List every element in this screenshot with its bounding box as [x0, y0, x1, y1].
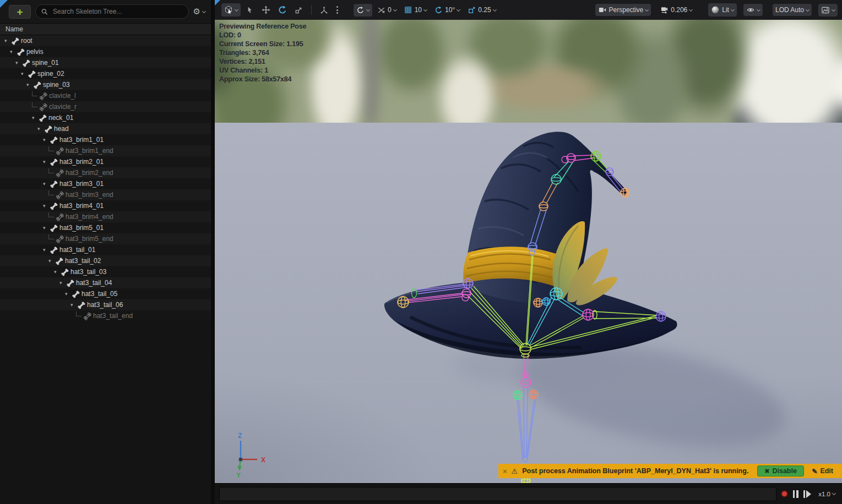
expander-icon[interactable]: ▾ — [4, 38, 11, 43]
tree-row-hat3_brim1_01[interactable]: ▾hat3_brim1_01 — [0, 134, 211, 145]
bone-icon — [50, 180, 58, 188]
expander-icon[interactable]: ▾ — [59, 280, 66, 286]
bone-label: hat3_brim3_end — [66, 191, 113, 199]
search-input[interactable] — [52, 7, 183, 16]
tree-row-hat3_brim3_end[interactable]: hat3_brim3_end — [0, 189, 211, 200]
bone-label: hat3_tail_01 — [59, 246, 95, 254]
expander-icon[interactable]: ▾ — [70, 302, 77, 308]
expander-icon[interactable]: ▾ — [43, 137, 50, 143]
expander-icon[interactable]: ▾ — [10, 49, 17, 54]
tree-row-root[interactable]: ▾root — [0, 35, 211, 46]
expander-icon[interactable]: ▾ — [43, 181, 50, 187]
tree-row-hat3_brim1_end[interactable]: hat3_brim1_end — [0, 145, 211, 156]
edit-button[interactable]: ✎ Edit — [808, 467, 836, 475]
tree-row-hat3_tail_06[interactable]: ▾hat3_tail_06 — [0, 299, 211, 310]
tree-elbow — [48, 234, 54, 239]
pause-button[interactable] — [793, 490, 798, 498]
tree-row-spine_03[interactable]: ▾spine_03 — [0, 79, 211, 90]
lod-button[interactable]: LOD Auto — [773, 4, 812, 16]
bone-outline-icon — [56, 235, 64, 243]
tree-row-spine_02[interactable]: ▾spine_02 — [0, 68, 211, 79]
add-bone-button[interactable]: + — [9, 5, 31, 19]
show-flags-button[interactable] — [743, 4, 763, 16]
expander-icon[interactable]: ▾ — [65, 291, 72, 297]
tree-row-hat3_brim3_01[interactable]: ▾hat3_brim3_01 — [0, 178, 211, 189]
tree-row-head[interactable]: ▾head — [0, 123, 211, 134]
screenshot-button[interactable] — [818, 4, 838, 17]
disable-button[interactable]: ✖ Disable — [757, 465, 804, 476]
tree-row-hat3_tail_03[interactable]: ▾hat3_tail_03 — [0, 266, 211, 277]
selection-mode-button[interactable] — [221, 3, 241, 17]
expander-icon[interactable]: ▾ — [32, 115, 39, 120]
select-object-icon — [224, 6, 233, 14]
tree-row-hat3_tail_04[interactable]: ▾hat3_tail_04 — [0, 277, 211, 288]
tree-row-hat3_brim5_end[interactable]: hat3_brim5_end — [0, 233, 211, 244]
search-box[interactable] — [35, 4, 189, 19]
scale-snap-button[interactable]: 0.25 — [465, 4, 498, 17]
record-button[interactable] — [781, 490, 788, 497]
surface-snapping-button[interactable] — [354, 4, 372, 17]
select-tool-button[interactable] — [243, 4, 257, 17]
expander-icon[interactable]: ▾ — [48, 258, 55, 264]
tree-row-hat3_brim2_01[interactable]: ▾hat3_brim2_01 — [0, 156, 211, 167]
tree-row-hat3_brim4_01[interactable]: ▾hat3_brim4_01 — [0, 200, 211, 211]
viewport-canvas[interactable]: Z X Y Previewing Reference PoseLOD: 0Cur… — [215, 20, 842, 483]
perspective-button[interactable]: Perspective — [595, 4, 651, 16]
tree-row-hat3_brim2_end[interactable]: hat3_brim2_end — [0, 167, 211, 178]
toolbar-divider — [311, 5, 312, 15]
camera-speed-button[interactable]: 0.206 — [658, 4, 695, 17]
lod-label: LOD Auto — [775, 6, 804, 14]
camera-speed-value: 0.206 — [671, 6, 687, 14]
bone-label: neck_01 — [48, 114, 73, 122]
chevron-down-icon — [423, 7, 427, 11]
timeline-scrubber[interactable] — [219, 487, 776, 501]
expander-icon[interactable]: ▾ — [43, 159, 50, 165]
bone-label: hat3_tail_end — [93, 312, 133, 320]
bone-label: hat3_tail_04 — [76, 279, 112, 287]
tree-settings-button[interactable]: ⚙ — [193, 7, 205, 17]
tree-row-hat3_tail_05[interactable]: ▾hat3_tail_05 — [0, 288, 211, 299]
tree-row-hat3_brim5_01[interactable]: ▾hat3_brim5_01 — [0, 222, 211, 233]
tree-row-hat3_tail_01[interactable]: ▾hat3_tail_01 — [0, 244, 211, 255]
tree-row-neck_01[interactable]: ▾neck_01 — [0, 112, 211, 123]
chevron-down-icon — [493, 7, 497, 11]
expander-icon[interactable]: ▾ — [43, 203, 50, 209]
playback-speed-button[interactable]: x1.0 — [818, 491, 835, 497]
bone-icon — [33, 81, 41, 89]
expander-icon[interactable]: ▾ — [26, 82, 33, 87]
tree-row-clavicle_r[interactable]: clavicle_r — [0, 101, 211, 112]
axis-x-label: X — [261, 456, 265, 464]
bone-label: clavicle_l — [49, 92, 76, 100]
move-tool-button[interactable] — [259, 3, 273, 17]
bone-label: pelvis — [26, 48, 44, 56]
tree-row-pelvis[interactable]: ▾pelvis — [0, 46, 211, 57]
expander-icon[interactable]: ▾ — [21, 71, 28, 76]
tree-row-hat3_brim4_end[interactable]: hat3_brim4_end — [0, 211, 211, 222]
stat-line: Approx Size: 58x57x84 — [219, 75, 306, 84]
snap-offset-button[interactable]: 0 — [374, 4, 399, 17]
toolbar-overflow-menu[interactable] — [333, 6, 341, 14]
tree-row-hat3_tail_02[interactable]: ▾hat3_tail_02 — [0, 255, 211, 266]
tree-elbow — [48, 212, 54, 217]
expander-icon[interactable]: ▾ — [15, 60, 22, 65]
tree-row-spine_01[interactable]: ▾spine_01 — [0, 57, 211, 68]
scale-tool-button[interactable] — [292, 4, 306, 17]
tree-row-clavicle_l[interactable]: clavicle_l — [0, 90, 211, 101]
close-icon[interactable]: × — [503, 468, 507, 475]
expander-icon[interactable]: ▾ — [54, 269, 61, 275]
expander-icon[interactable]: ▾ — [43, 225, 50, 231]
expander-icon[interactable]: ▾ — [43, 247, 50, 253]
step-forward-button[interactable] — [803, 490, 812, 498]
name-column-header[interactable]: Name — [0, 23, 211, 35]
view-mode-button[interactable]: Lit — [708, 3, 737, 17]
rotation-snap-button[interactable]: 10° — [432, 4, 463, 17]
grid-snap-value: 10 — [415, 6, 422, 14]
tree-row-hat3_tail_end[interactable]: hat3_tail_end — [0, 310, 211, 321]
skeleton-tree-panel: + ⚙ Name ▾root▾pelvis▾spine_01▾spine_02▾… — [0, 0, 211, 504]
bone-icon — [61, 268, 69, 276]
coordinate-system-button[interactable] — [317, 4, 331, 17]
playback-controls: x1.0 — [781, 490, 838, 498]
rotate-tool-button[interactable] — [275, 3, 290, 17]
expander-icon[interactable]: ▾ — [37, 126, 44, 132]
grid-snap-button[interactable]: 10 — [401, 4, 430, 17]
